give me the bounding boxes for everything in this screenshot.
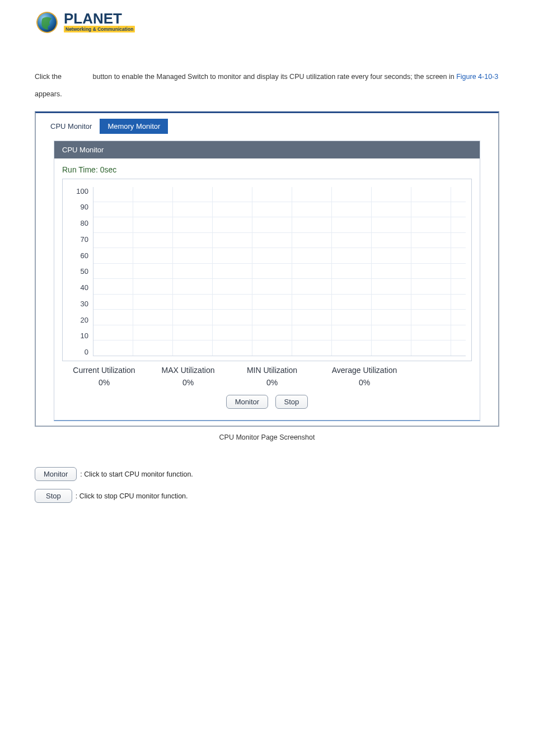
legend-stop-button: Stop [35,489,72,503]
stat-current: Current Utilization 0% [62,366,146,387]
stats-row: Current Utilization 0% MAX Utilization 0… [62,366,472,387]
stat-avg: Average Utilization 0% [314,366,415,387]
figure-ref-link[interactable]: Figure 4-10-3 [456,73,498,81]
tab-memory-monitor[interactable]: Memory Monitor [100,119,168,134]
y-tick: 40 [68,283,88,292]
stop-button[interactable]: Stop [275,395,308,409]
stat-label: Current Utilization [62,366,146,375]
y-tick: 20 [68,316,88,324]
run-time-label: Run Time: 0sec [62,165,472,174]
y-tick: 0 [68,348,88,356]
y-tick: 70 [68,235,88,244]
stat-value: 0% [314,378,415,387]
tab-bar: CPU Monitor Memory Monitor [43,119,491,134]
cpu-monitor-panel: CPU Monitor Run Time: 0sec 100 90 80 70 … [54,141,480,422]
legend-monitor-button: Monitor [35,467,77,481]
intro-mid: button to enable the Managed Switch to m… [93,73,457,81]
intro-pre: Click the [35,73,63,81]
stat-min: MIN Utilization 0% [230,366,314,387]
chart-grid [93,187,466,357]
stat-label: MIN Utilization [230,366,314,375]
monitor-button[interactable]: Monitor [226,395,268,409]
panel-title: CPU Monitor [54,141,480,158]
button-row: Monitor Stop [62,395,472,409]
legend-stop-desc: : Click to stop CPU monitor function. [76,492,188,500]
globe-icon [35,10,59,35]
y-tick: 50 [68,267,88,276]
chart-y-axis: 100 90 80 70 60 50 40 30 20 10 0 [68,187,88,357]
button-legend: Monitor : Click to start CPU monitor fun… [35,467,499,503]
stat-value: 0% [146,378,230,387]
stat-label: Average Utilization [314,366,415,375]
tab-cpu-monitor[interactable]: CPU Monitor [43,119,100,134]
y-tick: 100 [68,187,88,195]
stat-value: 0% [62,378,146,387]
intro-post: appears. [35,90,62,98]
legend-monitor-desc: : Click to start CPU monitor function. [80,470,193,478]
intro-paragraph: Click the button to enable the Managed S… [35,68,499,104]
y-tick: 30 [68,300,88,308]
y-tick: 90 [68,203,88,211]
y-tick: 60 [68,251,88,260]
y-tick: 80 [68,219,88,227]
stat-max: MAX Utilization 0% [146,366,230,387]
stat-value: 0% [230,378,314,387]
brand-logo: PLANET Networking & Communication [35,10,499,35]
stat-label: MAX Utilization [146,366,230,375]
chart-container: 100 90 80 70 60 50 40 30 20 10 0 [62,179,472,362]
y-tick: 10 [68,332,88,340]
screenshot-caption: CPU Monitor Page Screenshot [35,433,499,441]
screenshot-container: CPU Monitor Memory Monitor CPU Monitor R… [35,111,499,427]
brand-text: PLANET Networking & Communication [64,12,135,32]
